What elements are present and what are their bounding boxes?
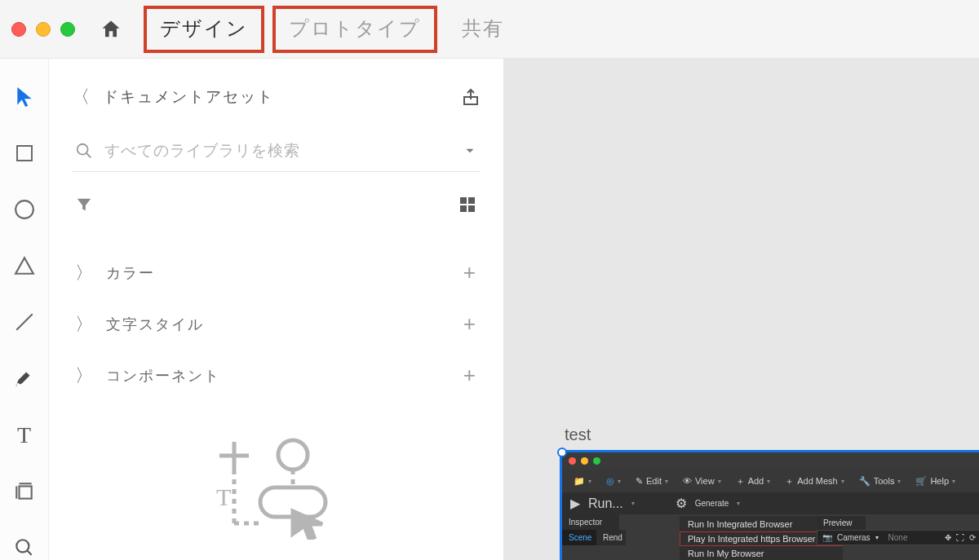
polygon-tool[interactable] [12,254,37,277]
chevron-right-icon: 〉 [75,312,95,337]
section-component-label: コンポーネント [106,366,220,386]
assets-panel: 〈 ドキュメントアセット 〉カラー + 〉文字スタイル + 〉コンポーネント + [49,59,504,560]
chevron-right-icon: 〉 [75,364,95,388]
rectangle-tool[interactable] [12,141,37,165]
add-color-button[interactable]: + [463,260,477,285]
svg-line-2 [16,314,33,330]
embedded-tools-menu[interactable]: 🔧 Tools ▾ [853,476,908,487]
chevron-down-icon: ▾ [875,534,879,541]
close-window-button[interactable] [11,22,26,37]
chevron-down-icon[interactable]: ▾ [737,500,740,507]
embedded-scene-tab[interactable]: Scene [562,530,596,545]
svg-line-8 [27,551,31,555]
svg-point-7 [16,540,29,553]
tab-share[interactable]: 共有 [447,7,519,51]
svg-rect-15 [468,205,475,212]
embedded-add-mesh-menu[interactable]: ＋ Add Mesh ▾ [778,475,851,487]
refresh-icon[interactable]: ⟳ [969,533,976,542]
svg-rect-4 [19,487,31,499]
embedded-generate-label[interactable]: Generate [695,499,729,508]
svg-rect-13 [468,197,475,204]
add-text-style-button[interactable]: + [463,311,477,337]
embedded-render-tab[interactable]: Rend [596,530,626,545]
empty-state-illustration: T [203,434,350,540]
zoom-tool[interactable] [12,536,37,560]
embedded-maximize-icon [593,457,600,465]
embedded-help-menu[interactable]: 🛒 Help ▾ [909,476,962,487]
embedded-run-label[interactable]: Run... [588,496,623,511]
embedded-cameras-row[interactable]: 📷 Cameras▾ None ✥ ⛶ ⟳ [817,530,979,545]
embedded-open-menu[interactable]: 📁▾ [567,476,598,487]
embedded-preview-block: Preview 📷 Cameras▾ None ✥ ⛶ ⟳ [817,516,979,545]
chevron-down-icon[interactable]: ▾ [631,500,635,507]
svg-rect-0 [17,146,32,161]
title-bar: デザイン プロトタイプ 共有 [0,0,979,59]
select-tool[interactable] [12,85,37,108]
embedded-inspector-label: Inspector [562,514,619,530]
embedded-cameras-none: None [888,533,908,542]
section-color-label: カラー [106,263,155,283]
embedded-cameras-label: Cameras [837,533,870,542]
embedded-view-menu[interactable]: 👁 View ▾ [676,476,728,486]
home-icon[interactable] [100,18,122,41]
tab-prototype[interactable]: プロトタイプ [274,7,436,51]
tool-sidebar: T [0,59,49,560]
embedded-target-menu[interactable]: ◎▾ [600,476,627,487]
section-component[interactable]: 〉コンポーネント + [72,350,481,401]
text-tool[interactable]: T [12,423,37,448]
embedded-edit-menu[interactable]: ✎ Edit ▾ [629,476,675,487]
ellipse-tool[interactable] [12,197,37,221]
mode-tabs: デザイン プロトタイプ 共有 [145,7,519,51]
search-row [72,135,481,172]
expand-icon[interactable]: ⛶ [956,533,964,542]
back-chevron-icon[interactable]: 〈 [72,85,91,109]
svg-point-10 [78,144,88,155]
embedded-run-row: ▶ Run...▾ ⚙ Generate▾ [562,492,979,514]
section-text-style[interactable]: 〉文字スタイル + [72,298,481,350]
embedded-close-icon [569,457,576,465]
svg-point-1 [16,201,33,218]
section-color[interactable]: 〉カラー + [72,247,481,298]
canvas[interactable]: test 📁▾ ◎▾ ✎ Edit ▾ 👁 View ▾ ＋ Add ▾ ＋ A… [504,59,979,560]
filter-icon[interactable] [75,196,93,214]
play-icon[interactable]: ▶ [570,496,580,511]
add-component-button[interactable]: + [463,363,477,388]
line-tool[interactable] [12,311,37,334]
svg-point-3 [16,383,19,386]
share-icon[interactable] [461,87,481,107]
svg-rect-14 [460,205,467,212]
window-controls [11,22,75,37]
embedded-minimize-icon [581,457,588,465]
svg-text:T: T [216,483,231,510]
artboard-test[interactable]: 📁▾ ◎▾ ✎ Edit ▾ 👁 View ▾ ＋ Add ▾ ＋ Add Me… [560,450,979,560]
selection-handle[interactable] [557,448,567,457]
search-input[interactable] [104,142,463,160]
embedded-preview-label: Preview [817,516,866,530]
minimize-window-button[interactable] [36,22,51,37]
maximize-window-button[interactable] [60,22,75,37]
embedded-window-controls [562,452,979,470]
menu-run-my-browser[interactable]: Run In My Browser [680,546,843,560]
svg-rect-12 [460,197,467,204]
tab-design[interactable]: デザイン [145,7,263,51]
gear-icon[interactable]: ⚙ [676,496,687,511]
chevron-down-icon[interactable] [463,143,477,158]
move-icon[interactable]: ✥ [945,533,951,542]
embedded-add-menu[interactable]: ＋ Add ▾ [729,475,777,487]
panel-title: ドキュメントアセット [103,86,274,108]
camera-icon: 📷 [822,533,832,542]
chevron-right-icon: 〉 [75,261,95,285]
artboard-name[interactable]: test [565,426,591,444]
svg-point-18 [278,440,308,470]
artboard-tool[interactable] [12,480,37,504]
pen-tool[interactable] [12,367,37,390]
search-icon [75,142,93,160]
embedded-toolbar: 📁▾ ◎▾ ✎ Edit ▾ 👁 View ▾ ＋ Add ▾ ＋ Add Me… [562,470,979,492]
grid-view-icon[interactable] [458,195,477,214]
svg-line-11 [86,153,91,158]
section-text-style-label: 文字スタイル [106,315,204,334]
